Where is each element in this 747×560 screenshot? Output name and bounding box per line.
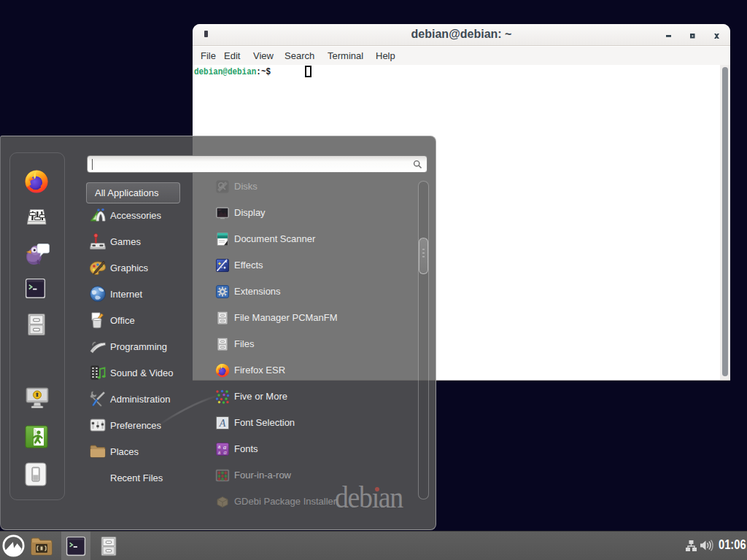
svg-text:A: A (219, 418, 226, 429)
svg-text:a: a (223, 448, 226, 456)
svg-text:a: a (218, 449, 221, 456)
